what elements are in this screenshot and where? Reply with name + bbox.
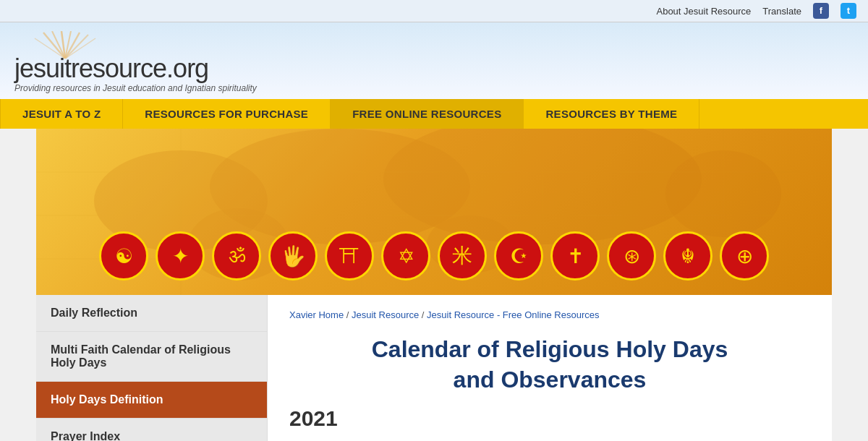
symbol-christianity: ✝ xyxy=(550,231,600,281)
symbol-hinduism: ॐ xyxy=(212,231,261,281)
breadcrumb-xavier-home[interactable]: Xavier Home xyxy=(289,309,344,320)
sidebar-item-prayer-index[interactable]: Prayer Index xyxy=(36,419,267,441)
symbol-sikhism: ☬ xyxy=(663,231,712,281)
nav-item-resources-for-purchase[interactable]: RESOURCES FOR PURCHASE xyxy=(123,99,331,129)
hero-banner: ☯✦ॐ🖐⛩✡米☪✝⊛☬⊕ xyxy=(36,129,832,295)
symbol-dharma: ⊛ xyxy=(607,231,656,281)
facebook-icon[interactable]: f xyxy=(813,3,829,19)
site-title[interactable]: jesuitresource.org xyxy=(14,56,257,82)
symbol-islam: ☪ xyxy=(494,231,543,281)
symbols-row: ☯✦ॐ🖐⛩✡米☪✝⊛☬⊕ xyxy=(36,231,832,281)
symbol-buddhism: 米 xyxy=(438,231,487,281)
nav-item-resources-by-theme[interactable]: RESOURCES BY THEME xyxy=(524,99,699,129)
symbol-shinto: ⛩ xyxy=(325,231,374,281)
header: jesuitresource.org Providing resources i… xyxy=(0,22,868,99)
page-title: Calendar of Religious Holy Days and Obse… xyxy=(289,335,810,395)
sidebar-item-daily-reflection[interactable]: Daily Reflection xyxy=(36,295,267,332)
site-subtitle: Providing resources in Jesuit education … xyxy=(14,83,257,93)
symbol-taoism: ☯ xyxy=(99,231,148,281)
translate-link[interactable]: Translate xyxy=(762,6,801,17)
breadcrumb: Xavier Home / Jesuit Resource / Jesuit R… xyxy=(289,309,810,320)
breadcrumb-separator-2: / xyxy=(422,309,427,320)
page-title-line1: Calendar of Religious Holy Days xyxy=(289,335,810,365)
symbol-jainism: 🖐 xyxy=(268,231,318,281)
logo-area: jesuitresource.org Providing resources i… xyxy=(14,31,257,93)
nav-item-free-online-resources[interactable]: FREE ONLINE RESOURCES xyxy=(331,99,524,129)
breadcrumb-free-online-resources[interactable]: Jesuit Resource - Free Online Resources xyxy=(427,309,599,320)
symbol-judaism: ✡ xyxy=(381,231,430,281)
year-heading: 2021 xyxy=(289,406,810,431)
main-content: Daily Reflection Multi Faith Calendar of… xyxy=(36,295,832,441)
breadcrumb-jesuit-resource[interactable]: Jesuit Resource xyxy=(352,309,419,320)
symbol-bahai: ✦ xyxy=(156,231,205,281)
sidebar: Daily Reflection Multi Faith Calendar of… xyxy=(36,295,268,441)
top-bar: About Jesuit Resource Translate f t xyxy=(0,0,868,22)
content-area: Xavier Home / Jesuit Resource / Jesuit R… xyxy=(268,295,832,441)
nav-item-jesuit-a-to-z[interactable]: JESUIT A TO Z xyxy=(0,99,123,129)
hero-wrapper: ☯✦ॐ🖐⛩✡米☪✝⊛☬⊕ xyxy=(36,129,832,295)
breadcrumb-separator-1: / xyxy=(346,309,352,320)
twitter-icon[interactable]: t xyxy=(841,3,856,19)
page-title-line2: and Observances xyxy=(289,365,810,395)
about-link[interactable]: About Jesuit Resource xyxy=(656,6,751,17)
sidebar-item-holy-days-definition[interactable]: Holy Days Definition xyxy=(36,382,267,419)
symbol-other: ⊕ xyxy=(720,231,769,281)
sidebar-item-multi-faith-calendar[interactable]: Multi Faith Calendar of Religious Holy D… xyxy=(36,332,267,382)
nav-bar: JESUIT A TO Z RESOURCES FOR PURCHASE FRE… xyxy=(0,99,868,129)
